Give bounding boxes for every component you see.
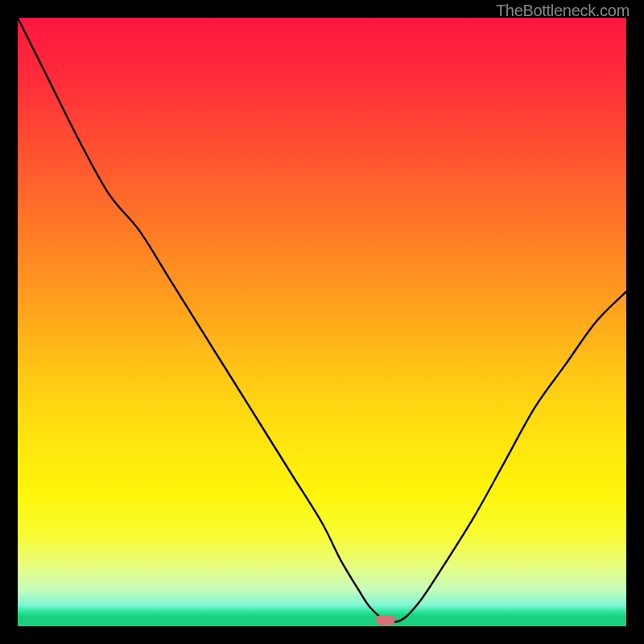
chart-container: TheBottleneck.com <box>0 0 644 644</box>
bottleneck-curve <box>18 18 626 622</box>
watermark-text: TheBottleneck.com <box>496 2 630 20</box>
optimum-marker <box>376 615 395 625</box>
curve-svg <box>18 18 626 626</box>
plot-area <box>18 18 626 626</box>
